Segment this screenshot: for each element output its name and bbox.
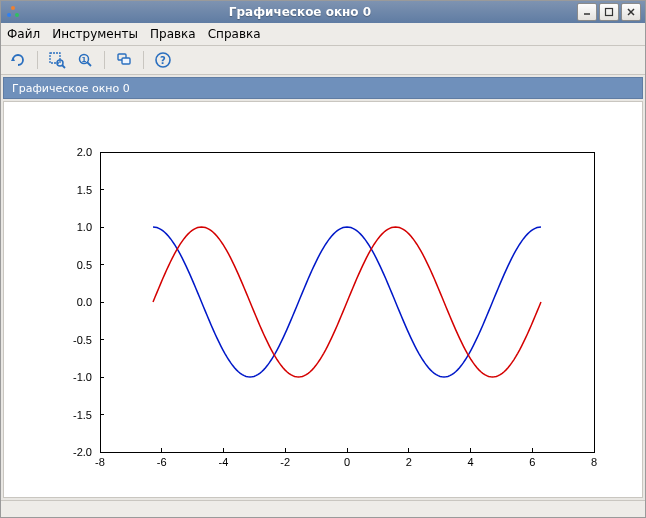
svg-rect-15 <box>122 58 130 64</box>
toolbar: 1 ? <box>1 46 645 75</box>
svg-text:1.5: 1.5 <box>77 184 92 196</box>
svg-text:2.0: 2.0 <box>77 146 92 158</box>
toolbar-separator <box>37 51 38 69</box>
chart-canvas: -8-6-4-202468-2.0-1.5-1.0-0.50.00.51.01.… <box>4 102 642 498</box>
zoom-area-icon[interactable] <box>44 48 70 72</box>
svg-rect-4 <box>606 9 613 16</box>
rotate-icon[interactable] <box>5 48 31 72</box>
svg-text:?: ? <box>160 55 166 66</box>
toolbar-separator <box>143 51 144 69</box>
svg-line-12 <box>87 62 91 66</box>
minimize-button[interactable] <box>577 3 597 21</box>
svg-text:-4: -4 <box>219 456 229 468</box>
app-window: Графическое окно 0 Файл Инструменты Прав… <box>0 0 646 518</box>
svg-point-2 <box>15 13 19 17</box>
svg-text:0.5: 0.5 <box>77 259 92 271</box>
svg-text:-6: -6 <box>157 456 167 468</box>
svg-text:-1.5: -1.5 <box>73 409 92 421</box>
svg-text:-2: -2 <box>280 456 290 468</box>
plot-area[interactable]: -8-6-4-202468-2.0-1.5-1.0-0.50.00.51.01.… <box>3 101 643 498</box>
svg-text:0.0: 0.0 <box>77 296 92 308</box>
titlebar: Графическое окно 0 <box>1 1 645 23</box>
window-title: Графическое окно 0 <box>25 5 575 19</box>
menu-help[interactable]: Справка <box>208 27 261 41</box>
app-icon <box>5 4 21 20</box>
statusbar <box>1 500 645 517</box>
zoom-reset-icon[interactable]: 1 <box>72 48 98 72</box>
datatip-icon[interactable] <box>111 48 137 72</box>
svg-text:-0.5: -0.5 <box>73 334 92 346</box>
svg-rect-8 <box>50 53 60 63</box>
help-icon[interactable]: ? <box>150 48 176 72</box>
toolbar-separator <box>104 51 105 69</box>
menu-file[interactable]: Файл <box>7 27 40 41</box>
svg-text:6: 6 <box>529 456 535 468</box>
svg-point-0 <box>11 6 15 10</box>
svg-text:1: 1 <box>82 56 87 64</box>
svg-line-10 <box>62 65 65 68</box>
svg-point-1 <box>7 13 11 17</box>
menu-tools[interactable]: Инструменты <box>52 27 138 41</box>
menu-edit[interactable]: Правка <box>150 27 196 41</box>
svg-text:4: 4 <box>467 456 473 468</box>
document-title: Графическое окно 0 <box>12 82 130 95</box>
svg-text:-1.0: -1.0 <box>73 371 92 383</box>
close-button[interactable] <box>621 3 641 21</box>
svg-text:-2.0: -2.0 <box>73 446 92 458</box>
menubar: Файл Инструменты Правка Справка <box>1 23 645 46</box>
maximize-button[interactable] <box>599 3 619 21</box>
svg-text:0: 0 <box>344 456 350 468</box>
svg-text:1.0: 1.0 <box>77 221 92 233</box>
svg-text:2: 2 <box>406 456 412 468</box>
document-titlebar: Графическое окно 0 <box>3 77 643 99</box>
svg-text:8: 8 <box>591 456 597 468</box>
svg-text:-8: -8 <box>95 456 105 468</box>
